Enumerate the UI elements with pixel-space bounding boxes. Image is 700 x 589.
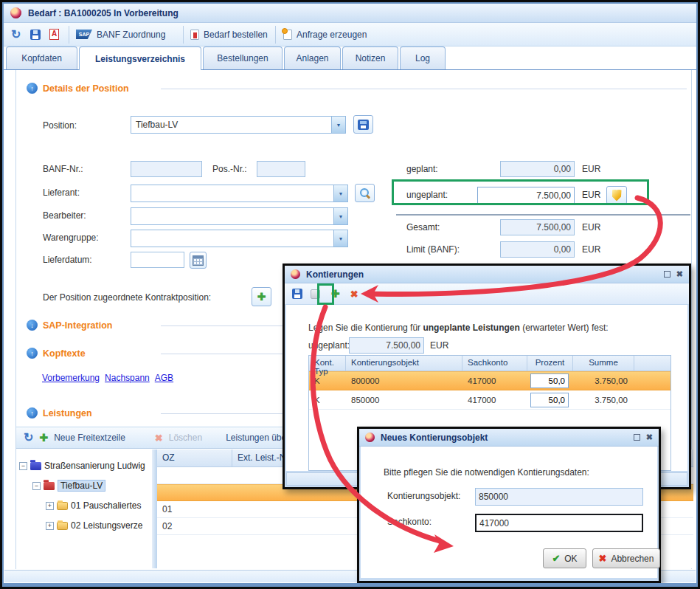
kontierungsobjekt-label: Kontierungsobjekt: [387,491,460,501]
banf-zuordnung-label: BANF Zuordnung [97,30,165,40]
column-header-kont-typ[interactable]: Kont. Typ [309,356,346,371]
bearbeiter-select[interactable]: ▼ [131,207,348,225]
collapse-section-icon[interactable]: ↑ [27,83,38,94]
app-icon [10,7,21,18]
ungeplant-field[interactable] [477,187,575,204]
dialog-ungeplant-field[interactable] [349,337,424,354]
ok-label: OK [564,554,577,564]
warengruppe-select[interactable]: ▼ [131,230,348,247]
lieferant-search-button[interactable] [355,184,375,202]
delete-kontierung-icon[interactable]: ✖ [350,289,358,300]
gesamt-field[interactable] [500,219,575,235]
save-button[interactable] [30,23,41,46]
column-header-sachkonto[interactable]: Sachkonto [462,356,527,371]
limit-banf-field[interactable] [500,241,575,258]
expand-node-icon[interactable]: + [46,522,54,530]
add-kontraktposition-button[interactable]: ✚ [252,287,271,306]
anfrage-erzeugen-button[interactable]: Anfrage erzeugen [283,23,367,46]
main-toolbar: ↻ SAP BANF Zuordnung Bedarf bestellen An… [4,23,696,46]
banf-nr-label: BANF-Nr.: [43,164,83,174]
kopftexte-links: Vorbemerkung Nachspann AGB [42,373,173,383]
lieferant-label: Lieferant: [43,187,80,198]
sachkonto-label: Sachkonto: [387,517,432,527]
tab-anlagen[interactable]: Anlagen [284,46,341,69]
kontierung-button[interactable] [606,186,627,204]
tab-kopfdaten[interactable]: Kopfdaten [6,46,77,69]
column-header-kontierungsobjekt[interactable]: Kontierungsobjekt [346,356,462,371]
prozent-input[interactable] [530,393,569,407]
column-header-summe[interactable]: Summe [573,356,634,371]
plus-icon: ✚ [257,291,266,303]
tab-log[interactable]: Log [400,46,446,69]
ok-button[interactable]: ✔ OK [543,548,586,568]
expand-section-icon[interactable]: ↓ [27,320,38,331]
collapse-section-icon[interactable]: ↑ [27,348,38,359]
kontierungsobjekt-field[interactable] [475,488,643,506]
folder-icon [57,522,68,530]
chevron-down-icon[interactable]: ▼ [331,117,345,133]
add-kontierung-icon[interactable]: ✚ [331,288,340,300]
collapse-section-icon[interactable]: ↑ [27,407,38,418]
currency-label: EUR [582,164,600,174]
section-title-details: Details der Position [43,83,129,94]
kontraktposition-label: Der Position zugeordnete Kontraktpositio… [43,292,211,303]
refresh-icon[interactable]: ↻ [24,433,33,443]
limit-banf-label: Limit (BANF): [406,244,460,255]
calendar-button[interactable] [190,252,207,269]
close-icon[interactable]: ✖ [676,270,683,278]
tree-item-label: Tiefbau-LV [58,480,105,492]
link-vorbemerkung[interactable]: Vorbemerkung [42,373,100,383]
cell-kont-typ: K [309,396,346,404]
lieferdatum-field[interactable] [131,252,184,268]
tree-item-02[interactable]: + 02 Leistungsverze [46,518,142,533]
maximize-icon[interactable] [664,271,670,278]
abbrechen-button[interactable]: ✖ Abbrechen [592,548,660,568]
banf-zuordnung-button[interactable]: SAP BANF Zuordnung [76,23,165,46]
link-nachspann[interactable]: Nachspann [105,373,150,383]
sachkonto-field[interactable] [475,514,643,532]
lieferant-select[interactable]: ▼ [131,185,348,202]
refresh-button[interactable]: ↻ [11,23,21,46]
tab-notizen[interactable]: Notizen [342,46,398,69]
chevron-down-icon[interactable]: ▼ [333,208,347,224]
kontierung-row-selected[interactable]: K 800000 417000 3.750,00 [309,371,670,390]
toolbar-separator [275,26,276,44]
warengruppe-label: Warengruppe: [43,232,99,243]
pdf-button[interactable] [49,23,59,46]
currency-label: EUR [582,244,600,255]
chevron-down-icon[interactable]: ▼ [333,230,347,247]
calendar-icon [193,255,204,266]
tree-item-label: 02 Leistungsverze [71,520,142,531]
expand-node-icon[interactable]: + [46,502,54,510]
geplant-field[interactable] [500,161,575,177]
section-rule [161,89,687,89]
save-icon[interactable] [292,289,302,299]
kontierungen-title-bar: Kontierungen ✖ [285,266,689,283]
prozent-input[interactable] [530,373,569,388]
close-icon[interactable]: ✖ [646,433,653,441]
kontierungen-table-header: Kont. Typ Kontierungsobjekt Sachkonto Pr… [309,356,670,371]
currency-label: EUR [582,190,600,200]
tree-item-tiefbau-lv[interactable]: − Tiefbau-LV [32,478,105,493]
save-position-button[interactable] [353,115,373,134]
plus-icon[interactable]: ✚ [39,432,48,444]
column-header-oz[interactable]: OZ [157,450,232,466]
folder-icon [30,462,41,470]
kontierung-row[interactable]: K 850000 417000 3.750,00 [309,390,670,410]
panel-splitter[interactable] [152,450,157,568]
tab-leistungsverzeichnis[interactable]: Leistungsverzeichnis [79,46,201,70]
chevron-down-icon[interactable]: ▼ [333,185,347,202]
maximize-icon[interactable] [634,434,640,441]
banf-nr-field[interactable] [131,161,202,177]
pos-nr-field[interactable] [257,161,305,177]
neue-freitextzeile-button[interactable]: Neue Freitextzeile [54,433,125,443]
position-select[interactable]: Tiefbau-LV ▼ [131,116,346,134]
collapse-node-icon[interactable]: − [19,462,27,470]
link-agb[interactable]: AGB [155,373,173,383]
column-header-prozent[interactable]: Prozent [527,356,573,371]
tab-bestellungen[interactable]: Bestellungen [203,46,283,69]
tree-item-root[interactable]: − Straßensanierung Ludwig [19,458,145,473]
tree-item-01[interactable]: + 01 Pauschaliertes [46,498,141,513]
bedarf-bestellen-button[interactable]: Bedarf bestellen [190,23,268,46]
collapse-node-icon[interactable]: − [32,482,41,490]
